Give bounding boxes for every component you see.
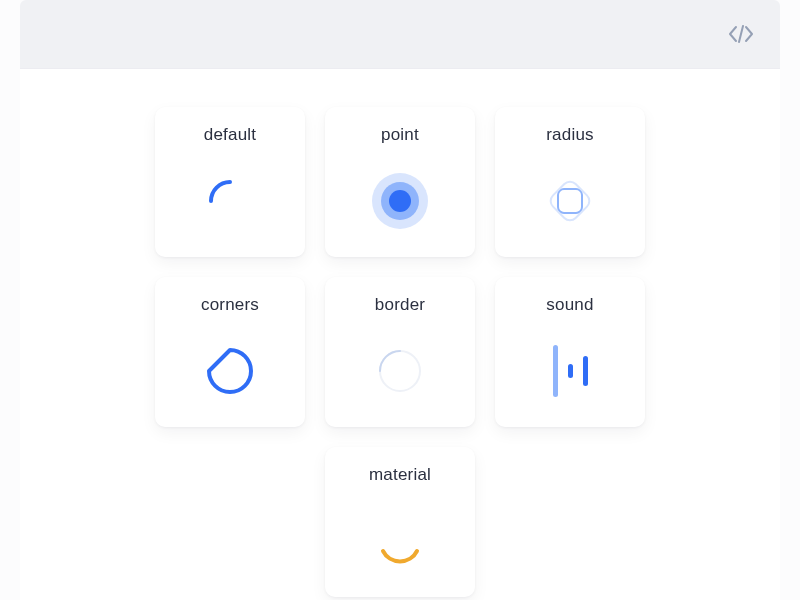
spinner-material-icon <box>325 485 475 597</box>
card-border[interactable]: border <box>325 277 475 427</box>
spinner-grid: default point <box>150 107 650 597</box>
spinner-border-icon <box>325 315 475 427</box>
code-icon[interactable] <box>728 25 754 43</box>
card-material[interactable]: material <box>325 447 475 597</box>
svg-point-3 <box>389 190 411 212</box>
spinner-radius-icon <box>495 145 645 257</box>
example-content: default point <box>20 68 780 600</box>
spinner-default-icon <box>155 145 305 257</box>
card-label: default <box>204 125 256 145</box>
card-point[interactable]: point <box>325 107 475 257</box>
card-label: sound <box>546 295 593 315</box>
spinner-sound-icon <box>495 315 645 427</box>
card-label: border <box>375 295 425 315</box>
card-label: corners <box>201 295 259 315</box>
svg-rect-5 <box>547 178 592 223</box>
app-frame: default point <box>0 0 800 600</box>
card-label: point <box>381 125 419 145</box>
card-corners[interactable]: corners <box>155 277 305 427</box>
example-topbar <box>20 0 780 68</box>
card-radius[interactable]: radius <box>495 107 645 257</box>
card-label: material <box>369 465 431 485</box>
card-sound[interactable]: sound <box>495 277 645 427</box>
spinner-corners-icon <box>155 315 305 427</box>
card-default[interactable]: default <box>155 107 305 257</box>
spinner-point-icon <box>325 145 475 257</box>
card-label: radius <box>546 125 594 145</box>
svg-line-0 <box>739 26 743 42</box>
svg-rect-4 <box>558 189 582 213</box>
